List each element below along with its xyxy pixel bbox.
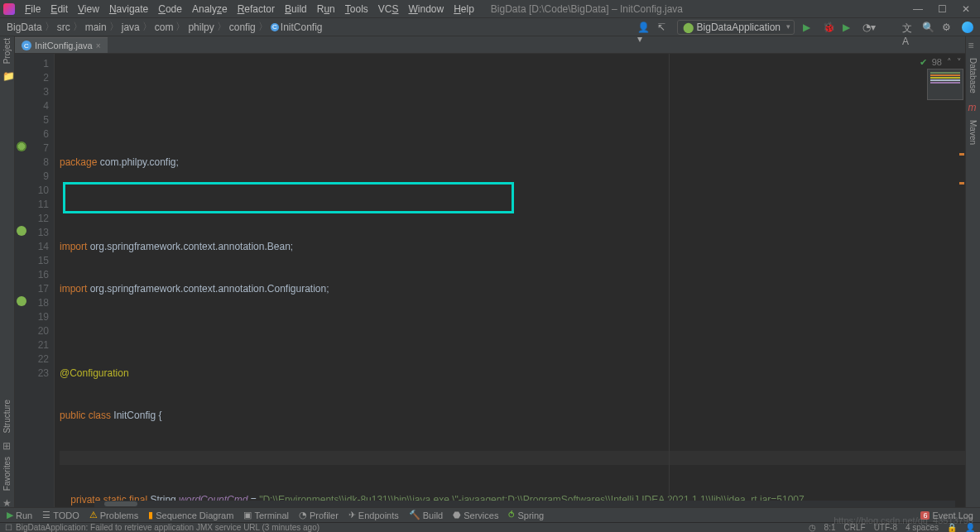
bc-main[interactable]: main	[85, 22, 107, 33]
chevron-down-icon[interactable]: ˅	[957, 55, 962, 69]
btab-label: Sequence Diagram	[156, 510, 233, 520]
btab-profiler[interactable]: ◔Profiler	[299, 510, 339, 520]
bc-class[interactable]: InitConfig	[281, 22, 323, 33]
maximize-icon[interactable]: ☐	[938, 3, 947, 15]
tab-close-icon[interactable]: ×	[96, 41, 101, 50]
btab-label: Terminal	[254, 510, 289, 520]
status-caret-pos[interactable]: 8:1	[824, 523, 836, 532]
menu-edit[interactable]: Edit	[46, 2, 73, 17]
btab-eventlog[interactable]: 6 Event Log	[920, 510, 973, 520]
btab-problems[interactable]: ⚠Problems	[89, 510, 138, 520]
btab-services[interactable]: ⬣Services	[453, 510, 498, 520]
btab-spring[interactable]: ⥀Spring	[508, 510, 544, 520]
close-icon[interactable]: ✕	[962, 3, 970, 15]
btab-label: Spring	[517, 510, 544, 520]
settings-icon[interactable]: ⚙	[942, 22, 954, 33]
gutter-run-icon[interactable]	[17, 141, 26, 151]
error-stripe[interactable]	[957, 54, 965, 507]
bc-src[interactable]: src	[57, 22, 70, 33]
bc-java[interactable]: java	[122, 22, 140, 33]
tool-database[interactable]: Database	[968, 58, 978, 93]
status-encoding[interactable]: UTF-8	[874, 523, 897, 532]
profile-icon[interactable]: ◔▾	[862, 22, 874, 33]
caret-line	[60, 451, 965, 465]
file-tab-label: InitConfig.java	[35, 41, 93, 50]
tool-structure[interactable]: Structure	[2, 400, 12, 434]
btab-todo[interactable]: ☰TODO	[42, 510, 79, 520]
menu-run[interactable]: Run	[312, 2, 340, 17]
horizontal-scrollbar[interactable]	[94, 501, 955, 507]
translate-icon[interactable]: 文A	[902, 22, 914, 33]
btab-label: Run	[16, 510, 32, 520]
maven-icon: m	[968, 102, 978, 112]
add-user-icon[interactable]: 👤▾	[637, 22, 649, 33]
status-icon[interactable]: ☐	[5, 523, 12, 532]
btab-label: Services	[464, 510, 498, 520]
menu-code[interactable]: Code	[153, 2, 187, 17]
stop-icon[interactable]	[882, 22, 894, 33]
debug-icon[interactable]: 🐞	[823, 22, 834, 33]
run-config-selector[interactable]: ⬤ BigDataApplication	[677, 20, 795, 35]
menu-refactor[interactable]: Refactor	[233, 2, 280, 17]
btab-sequence[interactable]: ▮Sequence Diagram	[148, 510, 233, 520]
inspection-ok-icon[interactable]: ✔	[920, 55, 927, 69]
run-icon[interactable]: ▶	[803, 22, 814, 33]
tool-maven[interactable]: Maven	[968, 120, 978, 145]
gutter-bean-icon[interactable]	[17, 226, 26, 236]
code-token: import	[60, 283, 87, 295]
menu-window[interactable]: Window	[403, 2, 449, 17]
menu-view[interactable]: View	[73, 2, 104, 17]
menu-build[interactable]: Build	[280, 2, 312, 17]
btab-endpoints[interactable]: ✈Endpoints	[348, 510, 399, 520]
bc-project[interactable]: BigData	[7, 22, 42, 33]
star-icon: ★	[2, 497, 12, 507]
status-line-sep[interactable]: CRLF	[844, 523, 866, 532]
folder-icon[interactable]: 📁	[2, 70, 12, 80]
menu-vcs[interactable]: VCS	[373, 2, 404, 17]
menu-navigate[interactable]: Navigate	[104, 2, 153, 17]
hammer-icon[interactable]: ↸	[657, 22, 669, 33]
menu-file[interactable]: File	[20, 2, 46, 17]
menu-analyze[interactable]: Analyze	[187, 2, 233, 17]
status-indent[interactable]: 4 spaces	[906, 523, 939, 532]
person-icon[interactable]: 👤	[965, 523, 975, 532]
btab-run[interactable]: ▶Run	[7, 510, 32, 520]
search-icon[interactable]: 🔍	[922, 22, 934, 33]
minimize-icon[interactable]: —	[913, 3, 923, 15]
btab-label: TODO	[53, 510, 79, 520]
tool-project[interactable]: Project	[2, 38, 12, 64]
menu-tools[interactable]: Tools	[340, 2, 373, 17]
avatar-icon[interactable]	[962, 22, 973, 33]
btab-label: Endpoints	[358, 510, 399, 520]
class-icon: C	[271, 23, 279, 31]
class-icon: C	[22, 41, 31, 50]
code-area[interactable]: ✔ 98 ˄ ˅ package com.philpy.config; impo…	[55, 54, 965, 507]
code-token: com.philpy.config;	[97, 156, 179, 168]
inspection-count: 98	[932, 55, 942, 69]
bc-config[interactable]: config	[229, 22, 256, 33]
btab-terminal[interactable]: ▣Terminal	[243, 510, 289, 520]
file-tab-initconfig[interactable]: C InitConfig.java ×	[15, 37, 108, 53]
right-tool-strip: ≡ Database m Maven	[965, 36, 980, 507]
menu-help[interactable]: Help	[449, 2, 479, 17]
status-message: BigDataApplication: Failed to retrieve a…	[16, 523, 319, 532]
coverage-icon[interactable]: ▶	[843, 22, 854, 33]
lock-icon[interactable]: 🔒	[947, 523, 957, 532]
code-token: @Configuration	[60, 367, 129, 379]
app-logo-icon	[3, 3, 15, 15]
gutter-bean-icon[interactable]	[17, 296, 26, 306]
bc-philpy[interactable]: philpy	[188, 22, 214, 33]
navbar: BigData〉 src〉 main〉 java〉 com〉 philpy〉 c…	[0, 18, 980, 36]
titlebar: File Edit View Navigate Code Analyze Ref…	[0, 0, 980, 18]
code-token: org.springframework.context.annotation.B…	[87, 241, 293, 252]
bc-com[interactable]: com	[155, 22, 174, 33]
event-badge: 6	[920, 511, 930, 520]
tool-favorites[interactable]: Favorites	[2, 457, 12, 491]
scrollbar-thumb[interactable]	[104, 501, 137, 506]
btab-label: Build	[423, 510, 443, 520]
chevron-up-icon[interactable]: ˄	[947, 55, 952, 69]
btab-build[interactable]: 🔨Build	[409, 510, 443, 520]
editor[interactable]: 12345 678910 1112131415 1617181920 21222…	[15, 54, 965, 507]
gutter[interactable]: 12345 678910 1112131415 1617181920 21222…	[15, 54, 55, 507]
status-clock-icon[interactable]: ◷	[809, 523, 816, 532]
